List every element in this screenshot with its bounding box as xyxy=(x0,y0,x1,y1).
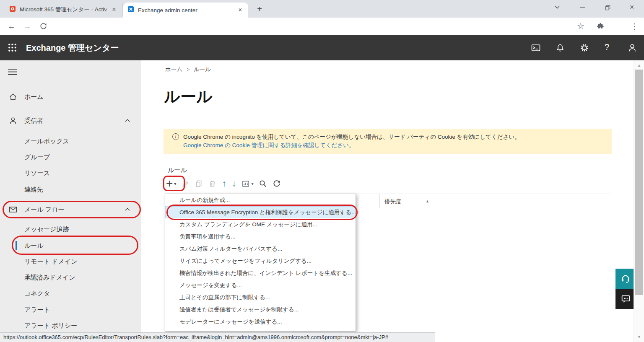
minimize-button[interactable] xyxy=(573,0,592,14)
status-bar-link-preview: https://outlook.office365.com/ecp/RulesE… xyxy=(0,332,435,342)
browser-tab-strip: Microsoft 365 管理センター - Activ × Exchange … xyxy=(0,0,644,18)
person-icon xyxy=(8,116,18,125)
rules-list-title: ルール xyxy=(168,166,187,174)
browser-window: Microsoft 365 管理センター - Activ × Exchange … xyxy=(0,0,644,342)
sidebar-item-label: 連絡先 xyxy=(24,181,43,197)
restore-button[interactable] xyxy=(598,0,617,14)
waffle-icon[interactable] xyxy=(7,42,18,54)
back-icon[interactable]: ← xyxy=(8,22,16,31)
sidebar-item-contacts[interactable]: 連絡先 xyxy=(0,181,141,197)
menu-item-filter-by-size[interactable]: サイズによってメッセージをフィルタリングする... xyxy=(165,255,356,267)
tab-title: Microsoft 365 管理センター - Activ xyxy=(20,6,106,13)
sidebar-item-resources[interactable]: リソース xyxy=(0,165,141,181)
move-down-button[interactable]: ↓ xyxy=(232,179,236,189)
feedback-bubble-icon xyxy=(621,294,631,304)
scrollbar-thumb[interactable] xyxy=(635,70,643,295)
sidebar-item-accepted-domains[interactable]: 承認済みドメイン xyxy=(0,269,141,285)
hamburger-icon[interactable] xyxy=(8,68,17,77)
menu-item-incident-report[interactable]: 機密情報が検出された場合に、インシデント レポートを生成する... xyxy=(165,267,356,279)
feedback-button[interactable] xyxy=(615,289,636,309)
menu-item-send-to-moderator[interactable]: モデレーターにメッセージを送信する... xyxy=(165,316,356,328)
refresh-icon xyxy=(273,179,281,188)
sidebar-item-recipients[interactable]: 受信者 xyxy=(0,113,141,129)
delete-trash-icon xyxy=(208,180,216,188)
menu-item-restrict-managers[interactable]: 上司とその直属の部下に制限する... xyxy=(165,291,356,303)
breadcrumb-home-link[interactable]: ホーム xyxy=(165,66,182,73)
menu-item-modify-messages[interactable]: メッセージを変更する... xyxy=(165,279,356,291)
column-divider xyxy=(432,194,432,208)
chevron-up-icon[interactable] xyxy=(123,117,132,125)
menu-item-save-copy-for-review[interactable]: メールを送信して確認用にコピーを保存する... xyxy=(165,328,356,332)
sidebar-item-label: グループ xyxy=(24,149,50,165)
sidebar-item-label: 承認済みドメイン xyxy=(24,269,75,285)
edit-rule-button[interactable] xyxy=(182,180,190,188)
menu-item-custom-branding[interactable]: カスタム ブランディングを OME メッセージに適用... xyxy=(165,218,356,231)
help-icon[interactable]: ? xyxy=(605,42,609,52)
banner-link[interactable]: Google Chrome の Cookie 管理に関する詳細を確認してください… xyxy=(183,142,355,149)
scroll-down-icon[interactable]: ▼ xyxy=(634,335,644,339)
tab-m365-admin[interactable]: Microsoft 365 管理センター - Activ × xyxy=(5,3,122,16)
refresh-button[interactable] xyxy=(273,179,281,188)
menu-item-apply-disclaimers[interactable]: 免責事項を適用する... xyxy=(165,231,356,243)
account-icon[interactable] xyxy=(627,43,637,53)
office-favicon xyxy=(9,5,16,14)
headset-icon xyxy=(620,273,631,284)
menu-item-restrict-sender-recipient[interactable]: 送信者または受信者でメッセージを制限する... xyxy=(165,303,356,316)
priority-column-header[interactable]: 優先度 xyxy=(384,198,402,205)
add-rule-dropdown-menu: ルールの新規作成... Office 365 Message Encryptio… xyxy=(165,194,356,332)
restore-icon xyxy=(604,4,611,10)
exchange-favicon xyxy=(127,6,134,14)
menu-item-ome-encryption[interactable]: Office 365 Message Encryption と権利保護をメッセー… xyxy=(165,206,356,218)
add-rule-button[interactable]: + ▾ xyxy=(166,177,176,190)
forward-icon[interactable]: → xyxy=(23,22,31,31)
sidebar-item-message-trace[interactable]: メッセージ追跡 xyxy=(0,221,141,237)
sidebar-item-alerts[interactable]: アラート xyxy=(0,302,141,318)
chevron-up-icon[interactable] xyxy=(123,205,132,214)
page-title: ルール xyxy=(164,86,213,107)
sidebar-item-alert-policies[interactable]: アラート ポリシー xyxy=(0,318,141,334)
tab-close-icon[interactable]: × xyxy=(236,6,244,14)
menu-item-new-rule[interactable]: ルールの新規作成... xyxy=(165,194,356,206)
menu-item-bypass-spam[interactable]: スパム対策フィルターをバイパスする... xyxy=(165,243,356,255)
dropdown-caret-icon: ▾ xyxy=(174,181,176,186)
sidebar-item-label: アラート xyxy=(24,302,50,318)
support-button[interactable] xyxy=(615,269,636,289)
browser-menu-icon[interactable]: ⋮ xyxy=(631,22,638,31)
extensions-puzzle-icon[interactable] xyxy=(596,22,605,32)
tab-search-chevron-icon[interactable] xyxy=(548,0,567,14)
sort-ascending-icon: ▲ xyxy=(426,199,429,203)
sidebar-item-mail-flow[interactable]: メール フロー xyxy=(0,202,141,218)
table-column-line xyxy=(432,208,432,331)
scroll-up-icon[interactable]: ▲ xyxy=(634,63,644,67)
envelope-icon xyxy=(8,205,18,214)
new-tab-button[interactable]: + xyxy=(254,4,265,15)
notifications-bell-icon[interactable] xyxy=(555,43,565,53)
vertical-scrollbar[interactable]: ▲ ▼ xyxy=(634,60,644,342)
sidebar-item-connectors[interactable]: コネクタ xyxy=(0,285,141,301)
sidebar-item-mailboxes[interactable]: メールボックス xyxy=(0,133,141,149)
breadcrumb: ホーム > ルール xyxy=(165,66,211,73)
browser-address-bar: ← → admin.exchange.microsoft.com/#/trans… xyxy=(0,18,644,35)
move-up-button[interactable]: ↑ xyxy=(222,179,226,189)
copy-rule-button[interactable] xyxy=(195,180,203,188)
breadcrumb-current: ルール xyxy=(194,66,211,73)
settings-gear-icon[interactable] xyxy=(579,43,589,53)
sidebar-item-label: メール フロー xyxy=(24,202,65,218)
sidebar-item-rules[interactable]: ルール xyxy=(0,238,141,254)
minimize-icon xyxy=(580,7,585,8)
search-button[interactable] xyxy=(259,179,267,188)
sidebar-item-label: アラート ポリシー xyxy=(24,318,77,334)
report-button[interactable]: ▾ xyxy=(242,180,253,188)
sidebar-item-remote-domains[interactable]: リモート ドメイン xyxy=(0,254,141,269)
bookmark-star-icon[interactable]: ☆ xyxy=(577,21,584,31)
delete-rule-button[interactable] xyxy=(208,180,216,188)
close-window-button[interactable]: × xyxy=(622,0,641,14)
sidebar-item-label: 受信者 xyxy=(24,113,43,129)
sidebar-item-groups[interactable]: グループ xyxy=(0,149,141,165)
banner-text: Google Chrome の incognito を使用していて、このページが… xyxy=(183,133,520,141)
sidebar-item-home[interactable]: ホーム xyxy=(0,89,141,105)
tab-close-icon[interactable]: × xyxy=(110,6,118,13)
reload-icon[interactable] xyxy=(39,22,47,32)
powershell-terminal-icon[interactable] xyxy=(531,43,541,53)
tab-exchange-admin[interactable]: Exchange admin center × xyxy=(123,3,248,18)
